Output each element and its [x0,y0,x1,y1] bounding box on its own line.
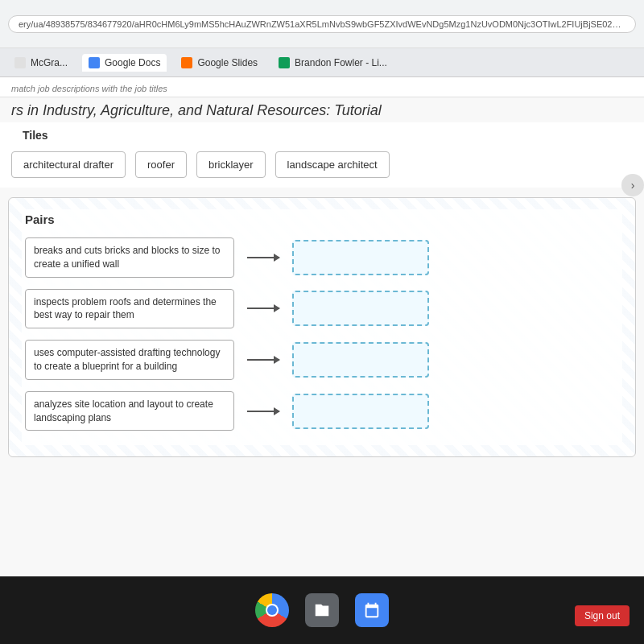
tab-bar: McGra... Google Docs Google Slides Brand… [0,48,644,77]
page-header: match job descriptions with the job titl… [0,77,644,97]
files-svg [313,601,331,619]
content-area: match job descriptions with the job titl… [0,77,644,576]
tab-google-docs[interactable]: Google Docs [82,54,167,72]
drop-zone-1[interactable] [292,240,429,275]
drop-zone-4[interactable] [292,394,429,429]
pair-description-3: uses computer-assisted drafting technolo… [25,340,234,380]
tile-architectural-drafter[interactable]: architectural drafter [11,151,126,178]
arrow-line-4 [247,411,279,412]
arrow-3 [247,359,279,361]
tab-brandon[interactable]: Brandon Fowler - Li... [272,54,394,72]
tile-roofer[interactable]: roofer [135,151,187,178]
tab-google-docs-label: Google Docs [105,57,160,68]
pairs-section: Pairs breaks and cuts bricks and blocks … [8,197,636,457]
arrow-4 [247,411,279,412]
arrow-line-1 [247,257,279,258]
tile-bricklayer[interactable]: bricklayer [196,151,266,178]
sign-out-button[interactable]: Sign out [575,605,630,626]
tab-google-slides-label: Google Slides [197,57,258,68]
page-small-text: match job descriptions with the job titl… [11,84,633,93]
google-slides-icon [181,57,192,68]
drop-zone-2[interactable] [292,291,429,326]
url-text[interactable]: ery/ua/48938575/834677920/aHR0cHM6Ly9mMS… [8,15,636,33]
pair-row-3: uses computer-assisted drafting technolo… [25,340,619,380]
browser-url-bar: ery/ua/48938575/834677920/aHR0cHM6Ly9mMS… [0,0,644,48]
pairs-label: Pairs [25,213,619,226]
pair-row-1: breaks and cuts bricks and blocks to siz… [25,237,619,278]
tile-landscape-architect[interactable]: landscape architect [275,151,390,178]
chrome-icon[interactable] [255,593,289,627]
pairs-inner: Pairs breaks and cuts bricks and blocks … [22,209,622,445]
brandon-icon [279,57,290,68]
drop-zone-3[interactable] [292,342,429,378]
mcgraw-icon [14,57,26,68]
pair-row-2: inspects problem roofs and determines th… [25,289,619,329]
calendar-icon[interactable] [355,593,389,627]
files-icon[interactable] [305,593,339,627]
tab-brandon-label: Brandon Fowler - Li... [295,57,387,68]
page-title: rs in Industry, Agriculture, and Natural… [0,97,644,122]
arrow-line-2 [247,308,279,309]
calendar-svg [363,601,381,619]
tiles-label: Tiles [11,127,633,148]
chevron-right-button[interactable]: › [621,174,644,196]
pair-description-4: analyzes site location and layout to cre… [25,391,234,431]
arrow-line-3 [247,359,279,361]
pair-description-1: breaks and cuts bricks and blocks to siz… [25,237,234,278]
arrow-1 [247,257,279,258]
tiles-section: Tiles architectural drafter roofer brick… [0,122,644,188]
google-docs-icon [89,57,100,68]
taskbar: Sign out [0,576,644,644]
arrow-2 [247,308,279,309]
tab-mcgraw[interactable]: McGra... [8,54,74,72]
tab-google-slides[interactable]: Google Slides [175,54,264,72]
pair-description-2: inspects problem roofs and determines th… [25,289,234,329]
pair-row-4: analyzes site location and layout to cre… [25,391,619,431]
tiles-row: architectural drafter roofer bricklayer … [11,151,633,178]
tab-mcgraw-label: McGra... [31,57,68,68]
